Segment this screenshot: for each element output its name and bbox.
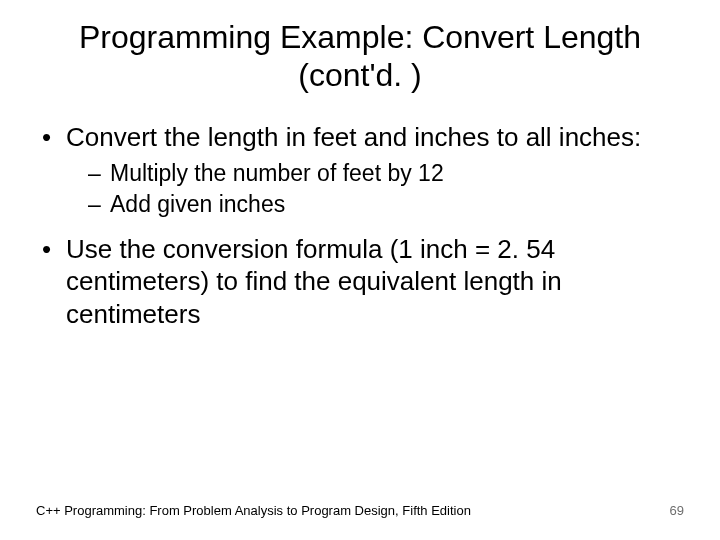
footer-source: C++ Programming: From Problem Analysis t…: [36, 503, 471, 518]
bullet-text: Add given inches: [110, 191, 285, 217]
bullet-text: Multiply the number of feet by 12: [110, 160, 444, 186]
page-number: 69: [670, 503, 684, 518]
list-item: Convert the length in feet and inches to…: [38, 121, 682, 219]
slide-body: Convert the length in feet and inches to…: [0, 105, 720, 331]
slide-title: Programming Example: Convert Length (con…: [0, 0, 720, 105]
list-item: Multiply the number of feet by 12: [88, 159, 682, 188]
bullet-text: Use the conversion formula (1 inch = 2. …: [66, 234, 562, 329]
sub-list: Multiply the number of feet by 12 Add gi…: [66, 159, 682, 219]
list-item: Add given inches: [88, 190, 682, 219]
list-item: Use the conversion formula (1 inch = 2. …: [38, 233, 682, 331]
bullet-text: Convert the length in feet and inches to…: [66, 122, 641, 152]
bullet-list: Convert the length in feet and inches to…: [38, 121, 682, 331]
slide: Programming Example: Convert Length (con…: [0, 0, 720, 540]
